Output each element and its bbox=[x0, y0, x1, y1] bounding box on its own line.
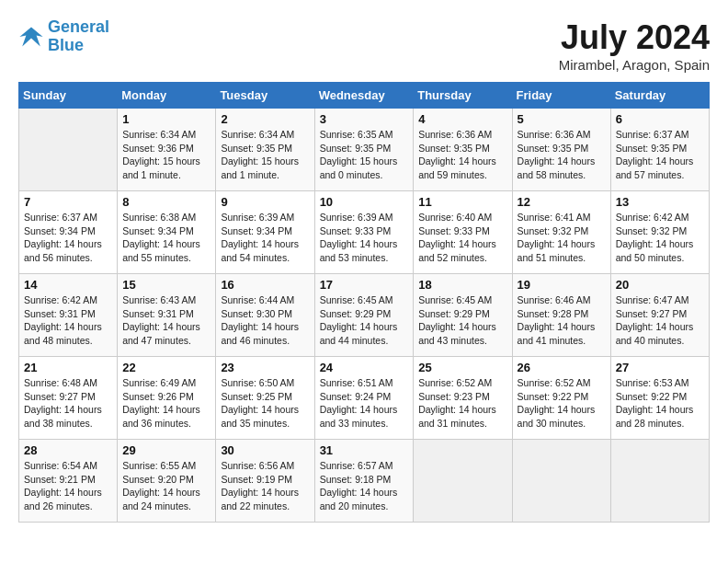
day-number: 2 bbox=[221, 112, 309, 126]
svg-marker-0 bbox=[19, 27, 42, 46]
day-info: Sunrise: 6:48 AM Sunset: 9:27 PM Dayligh… bbox=[24, 376, 112, 431]
day-number: 9 bbox=[221, 195, 309, 209]
day-number: 25 bbox=[418, 361, 506, 374]
logo-text: General Blue bbox=[48, 18, 109, 55]
calendar-body: 1Sunrise: 6:34 AM Sunset: 9:36 PM Daylig… bbox=[19, 109, 710, 523]
calendar-cell: 22Sunrise: 6:49 AM Sunset: 9:26 PM Dayli… bbox=[118, 357, 216, 440]
day-number: 15 bbox=[122, 278, 210, 292]
calendar-cell: 30Sunrise: 6:56 AM Sunset: 9:19 PM Dayli… bbox=[216, 440, 314, 523]
calendar-week-row: 21Sunrise: 6:48 AM Sunset: 9:27 PM Dayli… bbox=[19, 357, 710, 440]
day-number: 29 bbox=[122, 443, 210, 457]
day-info: Sunrise: 6:34 AM Sunset: 9:36 PM Dayligh… bbox=[122, 128, 210, 182]
calendar-cell bbox=[19, 109, 118, 191]
weekday-header-cell: Monday bbox=[118, 83, 216, 109]
calendar-week-row: 7Sunrise: 6:37 AM Sunset: 9:34 PM Daylig… bbox=[19, 191, 710, 274]
day-info: Sunrise: 6:41 AM Sunset: 9:32 PM Dayligh… bbox=[518, 211, 606, 265]
day-info: Sunrise: 6:45 AM Sunset: 9:29 PM Dayligh… bbox=[320, 293, 409, 348]
calendar-cell: 4Sunrise: 6:36 AM Sunset: 9:35 PM Daylig… bbox=[414, 109, 512, 191]
calendar-cell: 8Sunrise: 6:38 AM Sunset: 9:34 PM Daylig… bbox=[118, 191, 216, 274]
calendar-cell: 10Sunrise: 6:39 AM Sunset: 9:33 PM Dayli… bbox=[314, 191, 414, 274]
day-number: 6 bbox=[616, 112, 704, 126]
day-number: 21 bbox=[24, 361, 112, 374]
calendar-cell: 28Sunrise: 6:54 AM Sunset: 9:21 PM Dayli… bbox=[19, 440, 118, 523]
calendar-week-row: 28Sunrise: 6:54 AM Sunset: 9:21 PM Dayli… bbox=[19, 440, 710, 523]
day-number: 30 bbox=[221, 443, 309, 457]
calendar-cell bbox=[610, 440, 709, 523]
day-info: Sunrise: 6:50 AM Sunset: 9:25 PM Dayligh… bbox=[221, 376, 309, 431]
day-info: Sunrise: 6:53 AM Sunset: 9:22 PM Dayligh… bbox=[616, 376, 704, 431]
calendar-cell: 20Sunrise: 6:47 AM Sunset: 9:27 PM Dayli… bbox=[610, 274, 709, 357]
calendar-cell: 3Sunrise: 6:35 AM Sunset: 9:35 PM Daylig… bbox=[314, 109, 414, 191]
calendar-cell: 25Sunrise: 6:52 AM Sunset: 9:23 PM Dayli… bbox=[414, 357, 512, 440]
day-number: 19 bbox=[518, 278, 606, 292]
calendar-table: SundayMondayTuesdayWednesdayThursdayFrid… bbox=[18, 82, 710, 523]
day-info: Sunrise: 6:46 AM Sunset: 9:28 PM Dayligh… bbox=[518, 293, 606, 348]
day-number: 14 bbox=[24, 278, 112, 292]
day-info: Sunrise: 6:36 AM Sunset: 9:35 PM Dayligh… bbox=[418, 128, 506, 182]
calendar-cell: 17Sunrise: 6:45 AM Sunset: 9:29 PM Dayli… bbox=[314, 274, 414, 357]
calendar-cell: 9Sunrise: 6:39 AM Sunset: 9:34 PM Daylig… bbox=[216, 191, 314, 274]
day-number: 22 bbox=[122, 361, 210, 374]
calendar-cell: 27Sunrise: 6:53 AM Sunset: 9:22 PM Dayli… bbox=[610, 357, 709, 440]
day-info: Sunrise: 6:39 AM Sunset: 9:33 PM Dayligh… bbox=[320, 211, 409, 265]
calendar-cell: 13Sunrise: 6:42 AM Sunset: 9:32 PM Dayli… bbox=[610, 191, 709, 274]
day-number: 3 bbox=[320, 112, 409, 126]
day-info: Sunrise: 6:37 AM Sunset: 9:34 PM Dayligh… bbox=[24, 211, 112, 265]
calendar-cell: 18Sunrise: 6:45 AM Sunset: 9:29 PM Dayli… bbox=[414, 274, 512, 357]
month-title: July 2024 bbox=[559, 18, 710, 57]
day-number: 12 bbox=[518, 195, 606, 209]
day-info: Sunrise: 6:54 AM Sunset: 9:21 PM Dayligh… bbox=[24, 459, 112, 513]
weekday-header-cell: Thursday bbox=[414, 83, 512, 109]
logo-line1: General bbox=[48, 17, 109, 36]
day-number: 16 bbox=[221, 278, 309, 292]
day-number: 11 bbox=[418, 195, 506, 209]
weekday-header-cell: Friday bbox=[512, 83, 610, 109]
day-info: Sunrise: 6:43 AM Sunset: 9:31 PM Dayligh… bbox=[122, 293, 210, 348]
day-info: Sunrise: 6:52 AM Sunset: 9:22 PM Dayligh… bbox=[518, 376, 606, 431]
day-info: Sunrise: 6:35 AM Sunset: 9:35 PM Dayligh… bbox=[320, 128, 409, 182]
day-info: Sunrise: 6:42 AM Sunset: 9:32 PM Dayligh… bbox=[616, 211, 704, 265]
calendar-cell: 5Sunrise: 6:36 AM Sunset: 9:35 PM Daylig… bbox=[512, 109, 610, 191]
day-number: 20 bbox=[616, 278, 704, 292]
calendar-cell: 21Sunrise: 6:48 AM Sunset: 9:27 PM Dayli… bbox=[19, 357, 118, 440]
day-number: 27 bbox=[616, 361, 704, 374]
location-subtitle: Mirambel, Aragon, Spain bbox=[559, 57, 710, 73]
day-number: 18 bbox=[418, 278, 506, 292]
day-info: Sunrise: 6:52 AM Sunset: 9:23 PM Dayligh… bbox=[418, 376, 506, 431]
day-info: Sunrise: 6:47 AM Sunset: 9:27 PM Dayligh… bbox=[616, 293, 704, 348]
calendar-cell: 1Sunrise: 6:34 AM Sunset: 9:36 PM Daylig… bbox=[118, 109, 216, 191]
day-number: 7 bbox=[24, 195, 112, 209]
calendar-cell: 16Sunrise: 6:44 AM Sunset: 9:30 PM Dayli… bbox=[216, 274, 314, 357]
day-info: Sunrise: 6:38 AM Sunset: 9:34 PM Dayligh… bbox=[122, 211, 210, 265]
day-number: 24 bbox=[320, 361, 409, 374]
weekday-header-cell: Tuesday bbox=[216, 83, 314, 109]
page-header: General Blue July 2024 Mirambel, Aragon,… bbox=[18, 18, 710, 73]
calendar-cell: 19Sunrise: 6:46 AM Sunset: 9:28 PM Dayli… bbox=[512, 274, 610, 357]
calendar-cell bbox=[512, 440, 610, 523]
day-number: 10 bbox=[320, 195, 409, 209]
day-number: 4 bbox=[418, 112, 506, 126]
weekday-header-cell: Sunday bbox=[19, 83, 118, 109]
calendar-cell: 14Sunrise: 6:42 AM Sunset: 9:31 PM Dayli… bbox=[19, 274, 118, 357]
weekday-header-cell: Wednesday bbox=[314, 83, 414, 109]
day-number: 5 bbox=[518, 112, 606, 126]
calendar-cell: 6Sunrise: 6:37 AM Sunset: 9:35 PM Daylig… bbox=[610, 109, 709, 191]
day-number: 13 bbox=[616, 195, 704, 209]
day-number: 17 bbox=[320, 278, 409, 292]
calendar-cell: 2Sunrise: 6:34 AM Sunset: 9:35 PM Daylig… bbox=[216, 109, 314, 191]
day-info: Sunrise: 6:37 AM Sunset: 9:35 PM Dayligh… bbox=[616, 128, 704, 182]
day-number: 23 bbox=[221, 361, 309, 374]
day-number: 28 bbox=[24, 443, 112, 457]
day-number: 1 bbox=[122, 112, 210, 126]
calendar-cell: 23Sunrise: 6:50 AM Sunset: 9:25 PM Dayli… bbox=[216, 357, 314, 440]
day-number: 31 bbox=[320, 443, 409, 457]
calendar-cell: 24Sunrise: 6:51 AM Sunset: 9:24 PM Dayli… bbox=[314, 357, 414, 440]
day-info: Sunrise: 6:40 AM Sunset: 9:33 PM Dayligh… bbox=[418, 211, 506, 265]
day-number: 26 bbox=[518, 361, 606, 374]
calendar-week-row: 14Sunrise: 6:42 AM Sunset: 9:31 PM Dayli… bbox=[19, 274, 710, 357]
day-info: Sunrise: 6:55 AM Sunset: 9:20 PM Dayligh… bbox=[122, 459, 210, 513]
calendar-cell: 31Sunrise: 6:57 AM Sunset: 9:18 PM Dayli… bbox=[314, 440, 414, 523]
day-number: 8 bbox=[122, 195, 210, 209]
day-info: Sunrise: 6:51 AM Sunset: 9:24 PM Dayligh… bbox=[320, 376, 409, 431]
calendar-cell bbox=[414, 440, 512, 523]
